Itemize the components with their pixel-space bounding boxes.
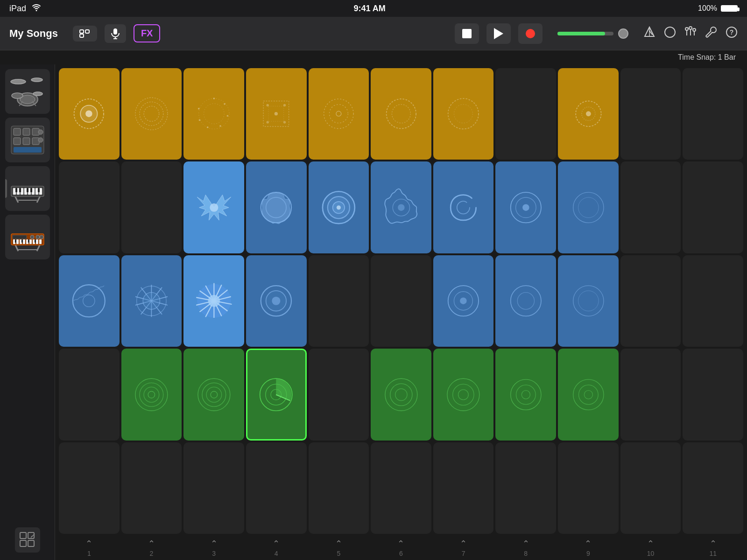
cell-r4c2[interactable] xyxy=(121,349,182,440)
col-control-11[interactable]: ⌃ 11 xyxy=(683,538,743,558)
cell-r4c7[interactable] xyxy=(433,349,494,440)
cell-r2c11[interactable] xyxy=(683,161,743,253)
cell-r1c9[interactable] xyxy=(558,68,619,160)
cell-r3c5[interactable] xyxy=(309,255,369,347)
col-arrow-6[interactable]: ⌃ xyxy=(397,539,404,549)
cell-r5c7[interactable] xyxy=(433,442,494,534)
cell-r2c3[interactable] xyxy=(183,161,244,253)
cell-r4c6[interactable] xyxy=(371,349,431,440)
col-control-9[interactable]: ⌃ 9 xyxy=(558,538,619,558)
stop-transport-button[interactable] xyxy=(455,23,479,44)
cell-r3c7[interactable] xyxy=(433,255,494,347)
col-arrow-4[interactable]: ⌃ xyxy=(273,539,280,549)
cell-r3c2[interactable] xyxy=(121,255,182,347)
cell-r5c4[interactable] xyxy=(246,442,307,534)
cell-r5c5[interactable] xyxy=(309,442,369,534)
cell-r5c1[interactable] xyxy=(59,442,120,534)
cell-r2c7[interactable] xyxy=(433,161,494,253)
cell-r3c8[interactable] xyxy=(495,255,556,347)
cell-r3c4[interactable] xyxy=(246,255,307,347)
volume-knob[interactable] xyxy=(618,28,628,39)
wrench-icon[interactable] xyxy=(705,26,717,41)
col-arrow-5[interactable]: ⌃ xyxy=(335,539,342,549)
chat-icon[interactable] xyxy=(664,26,676,41)
metronome-icon[interactable] xyxy=(643,26,655,41)
col-arrow-11[interactable]: ⌃ xyxy=(710,539,717,549)
cell-r2c4[interactable] xyxy=(246,161,307,253)
cell-r4c4[interactable] xyxy=(246,349,307,440)
scenes-grid-button[interactable] xyxy=(15,527,40,553)
cell-r5c6[interactable] xyxy=(371,442,431,534)
col-arrow-3[interactable]: ⌃ xyxy=(211,539,218,549)
cell-r1c1[interactable] xyxy=(59,68,120,160)
cell-r2c2[interactable] xyxy=(121,161,182,253)
cell-r1c2[interactable] xyxy=(121,68,182,160)
col-control-2[interactable]: ⌃ 2 xyxy=(121,538,182,558)
sidebar-item-mpc[interactable] xyxy=(5,118,50,162)
cell-r3c1[interactable] xyxy=(59,255,120,347)
cell-r1c4[interactable] xyxy=(246,68,307,160)
sidebar-item-synth[interactable] xyxy=(5,215,50,259)
cell-r4c9[interactable] xyxy=(558,349,619,440)
cell-r1c8[interactable] xyxy=(495,68,556,160)
cell-r5c11[interactable] xyxy=(683,442,743,534)
cell-r4c8[interactable] xyxy=(495,349,556,440)
cell-r1c6[interactable] xyxy=(371,68,431,160)
col-arrow-1[interactable]: ⌃ xyxy=(85,539,92,549)
col-control-4[interactable]: ⌃ 4 xyxy=(246,538,307,558)
col-control-7[interactable]: ⌃ 7 xyxy=(433,538,494,558)
sidebar-item-drums[interactable] xyxy=(5,69,50,114)
cell-r4c1[interactable] xyxy=(59,349,120,440)
sidebar-resize-handle[interactable] xyxy=(5,179,7,198)
volume-control[interactable] xyxy=(557,28,628,39)
cell-r2c5[interactable] xyxy=(309,161,369,253)
cell-r2c6[interactable] xyxy=(371,161,431,253)
cell-r2c9[interactable] xyxy=(558,161,619,253)
loop-button[interactable] xyxy=(73,26,97,42)
fx-button[interactable]: FX xyxy=(134,24,161,42)
help-icon[interactable]: ? xyxy=(726,26,738,41)
svg-point-165 xyxy=(511,286,541,316)
cell-r1c5[interactable] xyxy=(309,68,369,160)
col-arrow-10[interactable]: ⌃ xyxy=(647,539,654,549)
cell-r1c11[interactable] xyxy=(683,68,743,160)
col-arrow-7[interactable]: ⌃ xyxy=(460,539,467,549)
col-control-8[interactable]: ⌃ 8 xyxy=(495,538,556,558)
cell-r5c2[interactable] xyxy=(121,442,182,534)
cell-r5c9[interactable] xyxy=(558,442,619,534)
cell-r1c7[interactable] xyxy=(433,68,494,160)
cell-r5c3[interactable] xyxy=(183,442,244,534)
col-control-10[interactable]: ⌃ 10 xyxy=(620,538,681,558)
cell-r3c11[interactable] xyxy=(683,255,743,347)
cell-r2c10[interactable] xyxy=(620,161,681,253)
svg-point-107 xyxy=(336,112,341,117)
cell-r1c3[interactable] xyxy=(183,68,244,160)
cell-r4c10[interactable] xyxy=(620,349,681,440)
my-songs-label[interactable]: My Songs xyxy=(9,28,58,40)
col-control-3[interactable]: ⌃ 3 xyxy=(183,538,244,558)
mic-button[interactable] xyxy=(105,24,126,43)
cell-r2c1[interactable] xyxy=(59,161,120,253)
cell-r4c3[interactable] xyxy=(183,349,244,440)
col-arrow-8[interactable]: ⌃ xyxy=(522,539,529,549)
cell-r3c3[interactable] xyxy=(183,255,244,347)
record-button[interactable] xyxy=(518,23,543,44)
col-control-1[interactable]: ⌃ 1 xyxy=(59,538,120,558)
cell-r3c6[interactable] xyxy=(371,255,431,347)
svg-point-172 xyxy=(148,391,155,398)
mixer-icon[interactable] xyxy=(684,26,697,41)
sidebar-item-keyboard[interactable] xyxy=(5,166,50,211)
cell-r3c9[interactable] xyxy=(558,255,619,347)
col-arrow-2[interactable]: ⌃ xyxy=(148,539,155,549)
cell-r3c10[interactable] xyxy=(620,255,681,347)
cell-r5c8[interactable] xyxy=(495,442,556,534)
play-transport-button[interactable] xyxy=(486,23,511,44)
cell-r1c10[interactable] xyxy=(620,68,681,160)
cell-r5c10[interactable] xyxy=(620,442,681,534)
col-control-6[interactable]: ⌃ 6 xyxy=(371,538,431,558)
cell-r4c5[interactable] xyxy=(309,349,369,440)
cell-r4c11[interactable] xyxy=(683,349,743,440)
cell-r2c8[interactable] xyxy=(495,161,556,253)
col-control-5[interactable]: ⌃ 5 xyxy=(309,538,369,558)
col-arrow-9[interactable]: ⌃ xyxy=(585,539,592,549)
